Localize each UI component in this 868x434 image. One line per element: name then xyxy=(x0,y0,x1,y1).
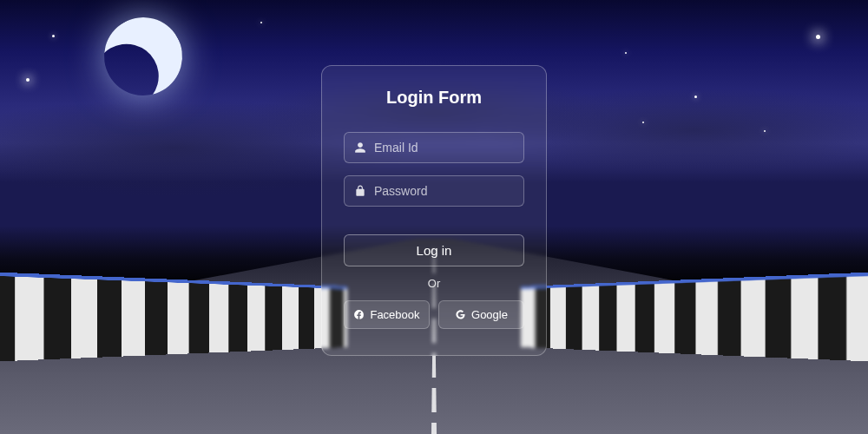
password-input-group xyxy=(344,175,524,207)
star-icon xyxy=(642,122,644,123)
email-field[interactable] xyxy=(344,132,524,163)
star-icon xyxy=(764,130,766,132)
login-button[interactable]: Log in xyxy=(344,234,524,266)
lock-icon xyxy=(354,185,366,197)
login-form-card: Login Form Log in Or Facebook Google xyxy=(321,65,547,356)
star-icon xyxy=(694,95,697,98)
star-icon xyxy=(625,52,627,54)
user-icon xyxy=(354,141,366,154)
star-icon xyxy=(260,22,262,23)
social-buttons-row: Facebook Google xyxy=(344,300,524,329)
or-separator: Or xyxy=(428,277,440,290)
password-field[interactable] xyxy=(344,175,524,207)
page-title: Login Form xyxy=(386,88,482,108)
email-input-group xyxy=(344,132,524,163)
facebook-label: Facebook xyxy=(370,308,419,321)
google-label: Google xyxy=(471,308,508,321)
facebook-icon xyxy=(353,309,365,320)
google-icon xyxy=(455,309,466,320)
star-icon xyxy=(816,35,820,39)
star-icon xyxy=(52,35,55,37)
star-icon xyxy=(26,78,30,82)
google-button[interactable]: Google xyxy=(438,300,524,329)
facebook-button[interactable]: Facebook xyxy=(344,300,430,329)
